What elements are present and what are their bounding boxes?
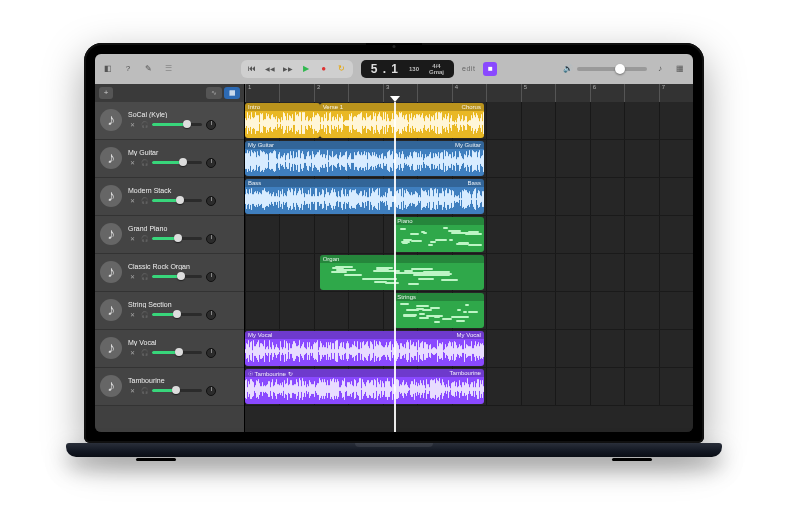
track-volume-knob[interactable]: [172, 386, 180, 394]
pan-knob[interactable]: [206, 196, 216, 206]
pan-knob[interactable]: [206, 158, 216, 168]
library-button[interactable]: ◧: [101, 62, 115, 76]
pan-knob[interactable]: [206, 120, 216, 130]
track-volume-slider[interactable]: [152, 389, 202, 392]
mixer-button[interactable]: ☰: [161, 62, 175, 76]
track-volume-slider[interactable]: [152, 199, 202, 202]
ruler-bar[interactable]: [624, 84, 658, 102]
track-volume-slider[interactable]: [152, 237, 202, 240]
master-volume-knob[interactable]: [615, 64, 625, 74]
mute-button[interactable]: ✕: [128, 387, 136, 395]
mute-button[interactable]: ✕: [128, 235, 136, 243]
mute-button[interactable]: ✕: [128, 349, 136, 357]
timeline[interactable]: 1234567 IntroVerse 1ChorusMy GuitarMy Gu…: [245, 84, 693, 432]
edit-label[interactable]: edit: [462, 65, 475, 72]
quicktips-button[interactable]: ?: [121, 62, 135, 76]
solo-button[interactable]: 🎧: [140, 159, 148, 167]
rewind-button[interactable]: ◀◀: [263, 62, 277, 76]
master-volume-slider[interactable]: [577, 67, 647, 71]
region[interactable]: Strings: [394, 293, 484, 328]
solo-button[interactable]: 🎧: [140, 311, 148, 319]
track-header[interactable]: ♪Tambourine✕🎧: [95, 368, 244, 406]
track-volume-slider[interactable]: [152, 275, 202, 278]
region[interactable]: Intro: [245, 103, 320, 138]
editors-button[interactable]: ✎: [141, 62, 155, 76]
solo-button[interactable]: 🎧: [140, 235, 148, 243]
master-volume[interactable]: 🔊: [563, 64, 647, 73]
track-lane[interactable]: Organ: [245, 254, 693, 292]
region[interactable]: My VocalMy Vocal: [245, 331, 484, 366]
track-volume-knob[interactable]: [183, 120, 191, 128]
track-volume-knob[interactable]: [176, 196, 184, 204]
region[interactable]: My GuitarMy Guitar: [245, 141, 484, 176]
region[interactable]: ☉ Tambourine ↻Tambourine: [245, 369, 484, 404]
track-volume-knob[interactable]: [174, 234, 182, 242]
lcd-display[interactable]: 5 . 1 130 4/4 Gmaj: [361, 60, 454, 78]
ruler-bar[interactable]: 5: [521, 84, 555, 102]
track-header[interactable]: ♪My Guitar✕🎧: [95, 140, 244, 178]
ruler-bar[interactable]: [279, 84, 313, 102]
region[interactable]: Organ: [320, 255, 484, 290]
add-track-button[interactable]: +: [99, 87, 113, 99]
track-header[interactable]: ♪String Section✕🎧: [95, 292, 244, 330]
solo-button[interactable]: 🎧: [140, 121, 148, 129]
ruler-bar[interactable]: [555, 84, 589, 102]
track-header[interactable]: ♪Grand Piano✕🎧: [95, 216, 244, 254]
cycle-button[interactable]: ↻: [335, 62, 349, 76]
mute-button[interactable]: ✕: [128, 121, 136, 129]
mute-button[interactable]: ✕: [128, 311, 136, 319]
rewind-start-button[interactable]: ⏮: [245, 62, 259, 76]
record-button[interactable]: ●: [317, 62, 331, 76]
pan-knob[interactable]: [206, 234, 216, 244]
track-lane[interactable]: IntroVerse 1Chorus: [245, 102, 693, 140]
region[interactable]: Verse 1Chorus: [320, 103, 484, 138]
automation-toggle[interactable]: ∿: [206, 87, 222, 99]
ruler-bar[interactable]: 6: [590, 84, 624, 102]
track-volume-knob[interactable]: [175, 348, 183, 356]
forward-button[interactable]: ▶▶: [281, 62, 295, 76]
pan-knob[interactable]: [206, 272, 216, 282]
stop-button[interactable]: ■: [483, 62, 497, 76]
pan-knob[interactable]: [206, 386, 216, 396]
track-header[interactable]: ♪Modern Stack✕🎧: [95, 178, 244, 216]
solo-button[interactable]: 🎧: [140, 387, 148, 395]
mute-button[interactable]: ✕: [128, 159, 136, 167]
track-header[interactable]: ♪My Vocal✕🎧: [95, 330, 244, 368]
track-lane[interactable]: Piano: [245, 216, 693, 254]
track-volume-slider[interactable]: [152, 313, 202, 316]
ruler-bar[interactable]: [348, 84, 382, 102]
playhead[interactable]: [394, 102, 396, 432]
track-header[interactable]: ♪SoCal (Kyle)✕🎧: [95, 102, 244, 140]
pan-knob[interactable]: [206, 310, 216, 320]
bar-ruler[interactable]: 1234567: [245, 84, 693, 102]
mute-button[interactable]: ✕: [128, 273, 136, 281]
solo-button[interactable]: 🎧: [140, 349, 148, 357]
track-volume-knob[interactable]: [179, 158, 187, 166]
ruler-bar[interactable]: 4: [452, 84, 486, 102]
track-header[interactable]: ♪Classic Rock Organ✕🎧: [95, 254, 244, 292]
mute-button[interactable]: ✕: [128, 197, 136, 205]
region[interactable]: Piano: [394, 217, 484, 252]
region-view-toggle[interactable]: ▦: [224, 87, 240, 99]
view-menu-button[interactable]: ▦: [673, 62, 687, 76]
pan-knob[interactable]: [206, 348, 216, 358]
ruler-bar[interactable]: 7: [659, 84, 693, 102]
ruler-bar[interactable]: [417, 84, 451, 102]
track-volume-slider[interactable]: [152, 123, 202, 126]
track-volume-slider[interactable]: [152, 161, 202, 164]
track-lane[interactable]: Strings: [245, 292, 693, 330]
track-volume-knob[interactable]: [177, 272, 185, 280]
region[interactable]: BassBass: [245, 179, 484, 214]
track-lane[interactable]: BassBass: [245, 178, 693, 216]
track-lane[interactable]: ☉ Tambourine ↻Tambourine: [245, 368, 693, 406]
ruler-bar[interactable]: 2: [314, 84, 348, 102]
ruler-bar[interactable]: 1: [245, 84, 279, 102]
key-commands-button[interactable]: ♪: [653, 62, 667, 76]
solo-button[interactable]: 🎧: [140, 197, 148, 205]
ruler-bar[interactable]: [486, 84, 520, 102]
track-lane[interactable]: My VocalMy Vocal: [245, 330, 693, 368]
play-button[interactable]: ▶: [299, 62, 313, 76]
track-lane[interactable]: My GuitarMy Guitar: [245, 140, 693, 178]
solo-button[interactable]: 🎧: [140, 273, 148, 281]
track-volume-knob[interactable]: [173, 310, 181, 318]
